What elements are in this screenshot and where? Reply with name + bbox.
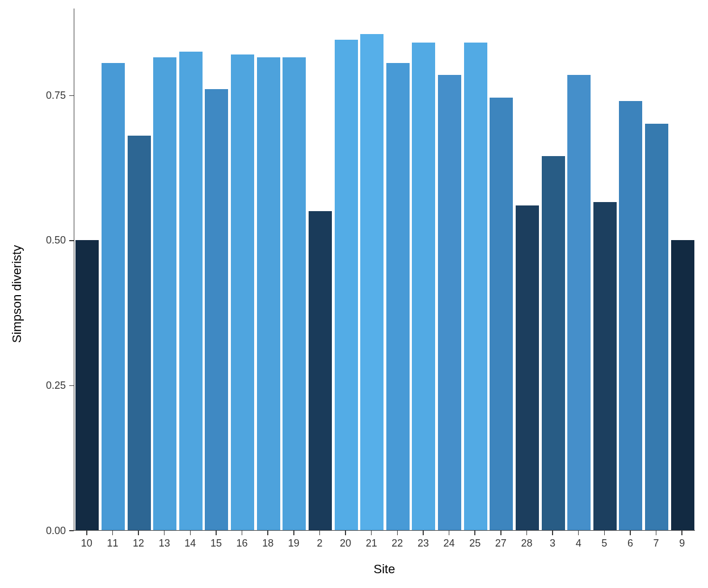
y-tick: 0.75 <box>0 90 74 101</box>
x-axis-label: Site <box>74 562 695 577</box>
x-tick-label: 27 <box>495 537 507 549</box>
y-tick-mark <box>69 240 74 241</box>
x-tick-label: 16 <box>237 537 248 549</box>
x-tick-label: 12 <box>133 537 144 549</box>
bars-group <box>74 9 695 530</box>
x-tick-mark <box>112 531 113 535</box>
x-tick-label: 2 <box>317 537 322 549</box>
y-axis-ticks: 0.000.250.500.75 <box>0 9 74 531</box>
x-tick-mark <box>552 531 553 535</box>
bar <box>542 156 565 530</box>
x-tick: 11 <box>101 531 124 549</box>
x-tick-mark <box>164 531 165 535</box>
x-tick-mark <box>578 531 579 535</box>
x-tick-label: 3 <box>550 537 555 549</box>
bar <box>75 240 99 530</box>
bar <box>671 240 694 530</box>
x-tick: 15 <box>205 531 227 549</box>
x-tick-mark <box>500 531 502 535</box>
x-tick: 27 <box>490 531 512 549</box>
bar <box>593 202 617 530</box>
plot-area <box>74 9 695 531</box>
x-tick-mark <box>216 531 217 535</box>
bar <box>153 57 176 530</box>
x-tick: 21 <box>360 531 383 549</box>
x-tick-label: 21 <box>366 537 377 549</box>
x-tick: 18 <box>256 531 279 549</box>
bar <box>283 57 306 530</box>
x-tick-mark <box>242 531 243 535</box>
x-tick-label: 5 <box>601 537 607 549</box>
x-tick: 28 <box>515 531 538 549</box>
x-tick-mark <box>293 531 294 535</box>
x-tick: 6 <box>619 531 642 549</box>
bar <box>231 54 254 530</box>
bar <box>179 52 203 530</box>
bar <box>619 101 642 530</box>
x-tick: 22 <box>386 531 408 549</box>
x-tick-label: 18 <box>262 537 273 549</box>
x-tick: 10 <box>75 531 98 549</box>
x-tick-label: 28 <box>521 537 532 549</box>
x-tick-mark <box>397 531 398 535</box>
x-tick: 25 <box>463 531 486 549</box>
y-tick-label: 0.00 <box>46 525 66 537</box>
bar <box>645 124 668 530</box>
x-tick-mark <box>604 531 605 535</box>
x-tick-label: 19 <box>288 537 300 549</box>
x-tick: 23 <box>412 531 435 549</box>
x-tick: 14 <box>179 531 201 549</box>
bar <box>309 211 332 530</box>
y-tick: 0.50 <box>0 235 74 246</box>
x-tick: 3 <box>541 531 564 549</box>
x-tick-mark <box>86 531 87 535</box>
x-tick-label: 4 <box>576 537 581 549</box>
x-tick-mark <box>526 531 528 535</box>
x-tick-label: 9 <box>679 537 685 549</box>
x-tick-mark <box>345 531 346 535</box>
bar <box>464 43 487 530</box>
x-tick-label: 13 <box>159 537 170 549</box>
x-tick-mark <box>474 531 475 535</box>
y-tick-mark <box>69 530 74 531</box>
x-tick: 12 <box>127 531 150 549</box>
x-tick: 9 <box>671 531 693 549</box>
x-tick-mark <box>267 531 268 535</box>
bar <box>567 75 591 530</box>
x-tick-label: 6 <box>627 537 633 549</box>
x-tick-label: 10 <box>81 537 92 549</box>
x-tick-label: 7 <box>654 537 659 549</box>
y-tick-label: 0.50 <box>46 234 66 246</box>
y-tick-label: 0.75 <box>46 90 66 102</box>
x-tick-label: 25 <box>469 537 481 549</box>
x-tick-label: 24 <box>444 537 455 549</box>
x-tick-label: 22 <box>391 537 403 549</box>
y-tick-mark <box>69 385 74 387</box>
bar <box>516 205 539 530</box>
chart-container: Simpson diveristy 0.000.250.500.75 10111… <box>0 0 708 588</box>
x-tick-mark <box>423 531 424 535</box>
x-tick-label: 11 <box>107 537 118 549</box>
x-tick: 2 <box>308 531 331 549</box>
x-tick: 13 <box>153 531 176 549</box>
x-tick: 19 <box>283 531 305 549</box>
y-tick: 0.25 <box>0 380 74 391</box>
bar <box>438 75 461 530</box>
y-tick-mark <box>69 95 74 96</box>
bar <box>490 98 513 530</box>
x-tick-mark <box>190 531 191 535</box>
x-tick-label: 14 <box>184 537 196 549</box>
x-tick-mark <box>371 531 372 535</box>
x-tick-label: 20 <box>340 537 351 549</box>
x-tick-label: 15 <box>210 537 222 549</box>
bar <box>335 40 358 530</box>
bar <box>102 63 125 530</box>
y-tick: 0.00 <box>0 525 74 536</box>
bar <box>386 63 410 530</box>
y-tick-label: 0.25 <box>46 380 66 392</box>
x-tick-mark <box>138 531 139 535</box>
x-tick-mark <box>656 531 657 535</box>
x-tick-mark <box>449 531 450 535</box>
x-tick: 16 <box>231 531 254 549</box>
x-tick: 4 <box>567 531 590 549</box>
